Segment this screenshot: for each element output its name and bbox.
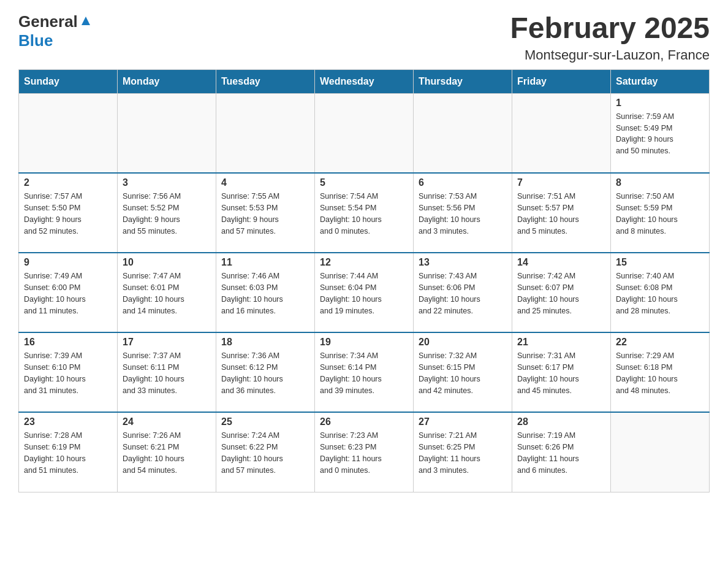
title-block: February 2025 Montsegur-sur-Lauzon, Fran… [510, 12, 710, 63]
calendar-cell: 15Sunrise: 7:40 AMSunset: 6:08 PMDayligh… [611, 253, 710, 332]
weekday-header-sunday: Sunday [19, 69, 118, 93]
day-number: 19 [320, 337, 408, 348]
day-info: Sunrise: 7:55 AMSunset: 5:53 PMDaylight:… [221, 191, 309, 237]
day-info: Sunrise: 7:56 AMSunset: 5:52 PMDaylight:… [123, 191, 211, 237]
calendar-cell: 6Sunrise: 7:53 AMSunset: 5:56 PMDaylight… [414, 173, 512, 253]
day-info: Sunrise: 7:53 AMSunset: 5:56 PMDaylight:… [419, 191, 507, 237]
calendar-cell: 26Sunrise: 7:23 AMSunset: 6:23 PMDayligh… [315, 412, 414, 492]
day-number: 22 [616, 337, 704, 348]
calendar-cell: 3Sunrise: 7:56 AMSunset: 5:52 PMDaylight… [118, 173, 216, 253]
calendar-cell: 2Sunrise: 7:57 AMSunset: 5:50 PMDaylight… [19, 173, 118, 253]
calendar-cell: 19Sunrise: 7:34 AMSunset: 6:14 PMDayligh… [315, 332, 414, 412]
day-info: Sunrise: 7:34 AMSunset: 6:14 PMDaylight:… [320, 350, 408, 396]
day-number: 16 [24, 337, 112, 348]
page-header: General Blue February 2025 Montsegur-sur… [18, 12, 710, 63]
day-number: 26 [320, 416, 408, 427]
calendar-cell: 5Sunrise: 7:54 AMSunset: 5:54 PMDaylight… [315, 173, 414, 253]
day-info: Sunrise: 7:39 AMSunset: 6:10 PMDaylight:… [24, 350, 112, 396]
weekday-header-monday: Monday [118, 69, 216, 93]
calendar-cell [216, 93, 315, 173]
day-number: 10 [123, 257, 211, 268]
calendar-cell: 17Sunrise: 7:37 AMSunset: 6:11 PMDayligh… [118, 332, 216, 412]
calendar-cell: 8Sunrise: 7:50 AMSunset: 5:59 PMDaylight… [611, 173, 710, 253]
calendar-cell: 23Sunrise: 7:28 AMSunset: 6:19 PMDayligh… [19, 412, 118, 492]
day-number: 24 [123, 416, 211, 427]
day-info: Sunrise: 7:26 AMSunset: 6:21 PMDaylight:… [123, 430, 211, 476]
calendar-cell [611, 412, 710, 492]
day-number: 14 [517, 257, 605, 268]
calendar-cell: 22Sunrise: 7:29 AMSunset: 6:18 PMDayligh… [611, 332, 710, 412]
calendar-week-row: 16Sunrise: 7:39 AMSunset: 6:10 PMDayligh… [19, 332, 710, 412]
day-info: Sunrise: 7:32 AMSunset: 6:15 PMDaylight:… [419, 350, 507, 396]
day-info: Sunrise: 7:37 AMSunset: 6:11 PMDaylight:… [123, 350, 211, 396]
day-info: Sunrise: 7:46 AMSunset: 6:03 PMDaylight:… [221, 270, 309, 316]
calendar-cell [512, 93, 611, 173]
logo-general-text: General [18, 12, 78, 31]
day-number: 13 [419, 257, 507, 268]
calendar-table: SundayMondayTuesdayWednesdayThursdayFrid… [18, 69, 710, 492]
logo-blue-text: Blue [18, 31, 53, 50]
calendar-week-row: 9Sunrise: 7:49 AMSunset: 6:00 PMDaylight… [19, 253, 710, 332]
calendar-cell [118, 93, 216, 173]
day-number: 6 [419, 177, 507, 188]
day-info: Sunrise: 7:47 AMSunset: 6:01 PMDaylight:… [123, 270, 211, 316]
day-number: 17 [123, 337, 211, 348]
day-info: Sunrise: 7:36 AMSunset: 6:12 PMDaylight:… [221, 350, 309, 396]
calendar-cell: 11Sunrise: 7:46 AMSunset: 6:03 PMDayligh… [216, 253, 315, 332]
svg-marker-0 [82, 17, 90, 25]
calendar-cell: 10Sunrise: 7:47 AMSunset: 6:01 PMDayligh… [118, 253, 216, 332]
calendar-cell [414, 93, 512, 173]
calendar-cell: 9Sunrise: 7:49 AMSunset: 6:00 PMDaylight… [19, 253, 118, 332]
day-info: Sunrise: 7:21 AMSunset: 6:25 PMDaylight:… [419, 430, 507, 476]
calendar-cell [315, 93, 414, 173]
day-number: 12 [320, 257, 408, 268]
day-number: 4 [221, 177, 309, 188]
day-number: 2 [24, 177, 112, 188]
calendar-week-row: 23Sunrise: 7:28 AMSunset: 6:19 PMDayligh… [19, 412, 710, 492]
day-info: Sunrise: 7:44 AMSunset: 6:04 PMDaylight:… [320, 270, 408, 316]
day-number: 1 [616, 98, 704, 109]
day-number: 9 [24, 257, 112, 268]
weekday-header-friday: Friday [512, 69, 611, 93]
calendar-cell: 28Sunrise: 7:19 AMSunset: 6:26 PMDayligh… [512, 412, 611, 492]
calendar-cell: 12Sunrise: 7:44 AMSunset: 6:04 PMDayligh… [315, 253, 414, 332]
day-info: Sunrise: 7:49 AMSunset: 6:00 PMDaylight:… [24, 270, 112, 316]
weekday-header-wednesday: Wednesday [315, 69, 414, 93]
weekday-header-thursday: Thursday [414, 69, 512, 93]
day-number: 18 [221, 337, 309, 348]
day-info: Sunrise: 7:59 AMSunset: 5:49 PMDaylight:… [616, 111, 704, 157]
day-info: Sunrise: 7:31 AMSunset: 6:17 PMDaylight:… [517, 350, 605, 396]
month-title: February 2025 [510, 12, 710, 45]
day-info: Sunrise: 7:40 AMSunset: 6:08 PMDaylight:… [616, 270, 704, 316]
calendar-cell: 13Sunrise: 7:43 AMSunset: 6:06 PMDayligh… [414, 253, 512, 332]
day-number: 21 [517, 337, 605, 348]
weekday-header-tuesday: Tuesday [216, 69, 315, 93]
day-number: 23 [24, 416, 112, 427]
day-info: Sunrise: 7:54 AMSunset: 5:54 PMDaylight:… [320, 191, 408, 237]
day-info: Sunrise: 7:28 AMSunset: 6:19 PMDaylight:… [24, 430, 112, 476]
calendar-cell: 14Sunrise: 7:42 AMSunset: 6:07 PMDayligh… [512, 253, 611, 332]
calendar-cell: 21Sunrise: 7:31 AMSunset: 6:17 PMDayligh… [512, 332, 611, 412]
calendar-cell: 25Sunrise: 7:24 AMSunset: 6:22 PMDayligh… [216, 412, 315, 492]
calendar-cell: 7Sunrise: 7:51 AMSunset: 5:57 PMDaylight… [512, 173, 611, 253]
day-number: 5 [320, 177, 408, 188]
day-info: Sunrise: 7:42 AMSunset: 6:07 PMDaylight:… [517, 270, 605, 316]
day-number: 25 [221, 416, 309, 427]
calendar-header-row: SundayMondayTuesdayWednesdayThursdayFrid… [19, 69, 710, 93]
day-number: 7 [517, 177, 605, 188]
calendar-week-row: 2Sunrise: 7:57 AMSunset: 5:50 PMDaylight… [19, 173, 710, 253]
day-number: 20 [419, 337, 507, 348]
calendar-cell: 24Sunrise: 7:26 AMSunset: 6:21 PMDayligh… [118, 412, 216, 492]
day-info: Sunrise: 7:51 AMSunset: 5:57 PMDaylight:… [517, 191, 605, 237]
day-number: 8 [616, 177, 704, 188]
day-info: Sunrise: 7:43 AMSunset: 6:06 PMDaylight:… [419, 270, 507, 316]
calendar-cell: 4Sunrise: 7:55 AMSunset: 5:53 PMDaylight… [216, 173, 315, 253]
calendar-cell: 18Sunrise: 7:36 AMSunset: 6:12 PMDayligh… [216, 332, 315, 412]
day-number: 27 [419, 416, 507, 427]
calendar-cell: 16Sunrise: 7:39 AMSunset: 6:10 PMDayligh… [19, 332, 118, 412]
day-number: 28 [517, 416, 605, 427]
day-info: Sunrise: 7:29 AMSunset: 6:18 PMDaylight:… [616, 350, 704, 396]
calendar-cell: 20Sunrise: 7:32 AMSunset: 6:15 PMDayligh… [414, 332, 512, 412]
day-number: 15 [616, 257, 704, 268]
day-info: Sunrise: 7:50 AMSunset: 5:59 PMDaylight:… [616, 191, 704, 237]
